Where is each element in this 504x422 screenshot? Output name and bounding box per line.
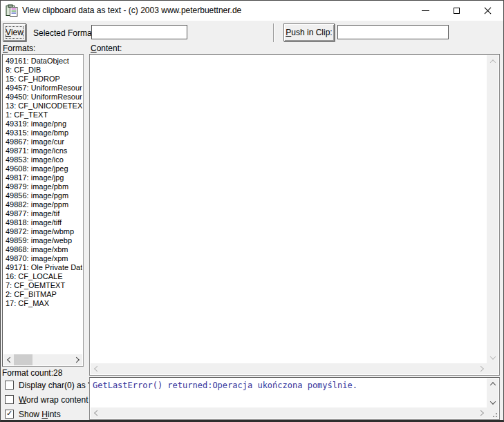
scroll-down-icon[interactable] [487, 352, 498, 363]
format-item[interactable]: 49161: DataObject [6, 57, 82, 66]
selected-format-label: Selected Format: [33, 28, 96, 38]
push-in-clip-button[interactable]: Push in Clip: [283, 23, 335, 41]
app-window: View clipboard data as text - (c) 2003 w… [0, 0, 504, 422]
format-item[interactable]: 8: CF_DIB [6, 66, 82, 75]
window-title: View clipboard data as text - (c) 2003 w… [22, 6, 241, 15]
format-item[interactable]: 49817: image/jpg [6, 173, 82, 182]
format-item[interactable]: 49608: image/jpeg [6, 164, 82, 173]
format-item[interactable]: 15: CF_HDROP [6, 75, 82, 84]
formats-horizontal-scrollbar[interactable] [3, 354, 82, 365]
format-item[interactable]: 49879: image/pbm [6, 182, 82, 191]
scroll-left-icon[interactable] [91, 407, 101, 419]
format-item[interactable]: 49457: UniformResourceL [6, 84, 82, 93]
format-item[interactable]: 49859: image/webp [6, 236, 82, 245]
format-item[interactable]: 49872: image/wbmp [6, 227, 82, 236]
scrollbar-thumb[interactable] [14, 354, 32, 365]
scroll-right-icon[interactable] [72, 354, 82, 365]
scrollbar-corner [487, 407, 498, 419]
close-icon [483, 6, 492, 15]
minimize-button[interactable] [410, 1, 441, 21]
option-label: Display char(0) as '#' [19, 381, 95, 390]
content-textarea[interactable] [89, 54, 500, 376]
log-vertical-scrollbar[interactable] [487, 378, 498, 407]
format-item[interactable]: 49171: Ole Private Data [6, 263, 82, 272]
format-item[interactable]: 16: CF_LOCALE [6, 272, 82, 281]
resize-grip-icon[interactable] [490, 410, 497, 417]
check-icon: ✓ [6, 409, 12, 418]
maximize-button[interactable] [441, 1, 472, 21]
view-button[interactable]: View [3, 23, 26, 41]
formats-listbox[interactable]: 49161: DataObject 8: CF_DIB 15: CF_HDROP… [2, 54, 84, 367]
toolbar-separator [273, 23, 274, 42]
format-item[interactable]: 49853: image/ico [6, 155, 82, 164]
format-item[interactable]: 49315: image/bmp [6, 128, 82, 137]
format-item[interactable]: 7: CF_OEMTEXT [6, 281, 82, 290]
format-item[interactable]: 49319: image/png [6, 119, 82, 128]
format-item[interactable]: 49868: image/xbm [6, 245, 82, 254]
checkbox-display-char0[interactable]: ✓ [5, 381, 14, 390]
scroll-up-icon[interactable] [487, 378, 498, 389]
view-button-label: View [6, 28, 24, 37]
format-item[interactable]: 49818: image/tiff [6, 218, 82, 227]
checkbox-show-hints[interactable]: ✓ [5, 410, 14, 419]
format-item[interactable]: 49856: image/pgm [6, 191, 82, 200]
format-count: Format count:28 [2, 368, 62, 378]
formats-label: Formats: [3, 44, 35, 53]
scroll-left-icon[interactable] [3, 354, 14, 365]
titlebar[interactable]: View clipboard data as text - (c) 2003 w… [1, 1, 503, 21]
format-item[interactable]: 49877: image/tif [6, 209, 82, 218]
format-item[interactable]: 13: CF_UNICODETEXT [6, 102, 82, 111]
format-item[interactable]: 17: CF_MAX [6, 299, 82, 308]
scroll-left-icon[interactable] [91, 363, 101, 374]
scroll-up-icon[interactable] [487, 55, 498, 67]
content-vertical-scrollbar[interactable] [487, 55, 498, 363]
format-item[interactable]: 2: CF_BITMAP [6, 290, 82, 299]
scroll-right-icon[interactable] [476, 407, 487, 419]
log-text: GetLastError() returned:Operacja ukończo… [93, 381, 357, 390]
selected-format-input[interactable] [91, 25, 187, 39]
option-show-hints[interactable]: ✓ Show Hints [5, 409, 61, 419]
format-item[interactable]: 49882: image/ppm [6, 200, 82, 209]
option-label: Show Hints [19, 410, 61, 419]
format-item[interactable]: 49450: UniformResourceL [6, 93, 82, 102]
format-item[interactable]: 1: CF_TEXT [6, 111, 82, 119]
content-label: Content: [91, 44, 122, 53]
log-textarea[interactable]: GetLastError() returned:Operacja ukończo… [89, 377, 500, 420]
format-item[interactable]: 49870: image/xpm [6, 254, 82, 263]
push-in-clip-input[interactable] [337, 25, 449, 39]
option-display-char0[interactable]: ✓ Display char(0) as '#' [5, 380, 95, 390]
content-horizontal-scrollbar[interactable] [91, 363, 487, 374]
close-button[interactable] [472, 1, 503, 21]
maximize-icon [454, 8, 460, 14]
checkbox-word-wrap[interactable]: ✓ [5, 395, 14, 404]
formats-list: 49161: DataObject 8: CF_DIB 15: CF_HDROP… [3, 55, 82, 354]
format-item[interactable]: 49867: image/cur [6, 137, 82, 146]
scroll-down-icon[interactable] [487, 397, 498, 407]
scroll-right-icon[interactable] [476, 363, 487, 374]
log-horizontal-scrollbar[interactable] [91, 407, 487, 419]
push-in-clip-label: Push in Clip: [286, 28, 332, 37]
scrollbar-corner [487, 363, 498, 374]
option-label: Word wrap content [19, 395, 88, 405]
option-word-wrap[interactable]: ✓ Word wrap content [5, 394, 88, 405]
clipboard-icon [6, 4, 19, 17]
format-item[interactable]: 49871: image/icns [6, 146, 82, 155]
window-controls [410, 1, 503, 21]
minimize-icon [422, 10, 429, 11]
